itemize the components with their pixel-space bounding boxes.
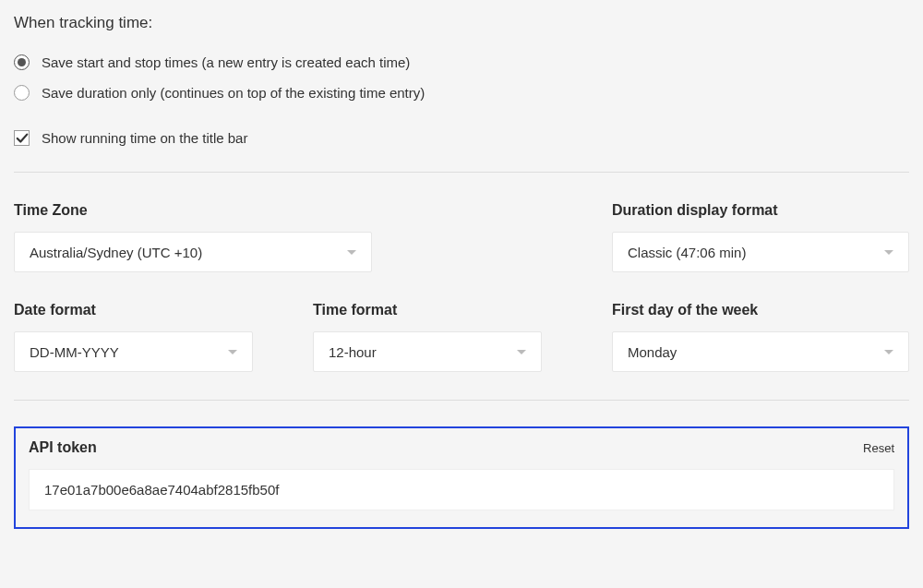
duration-format-select[interactable]: Classic (47:06 min) — [612, 232, 909, 272]
caret-down-icon — [884, 350, 893, 354]
duration-format-field: Duration display format Classic (47:06 m… — [612, 202, 909, 272]
api-token-label: API token — [29, 439, 97, 456]
radio-label: Save start and stop times (a new entry i… — [42, 54, 410, 70]
duration-format-label: Duration display format — [612, 202, 909, 219]
time-format-field: Time format 12-hour — [313, 302, 542, 372]
caret-down-icon — [884, 250, 893, 255]
duration-format-value: Classic (47:06 min) — [628, 245, 746, 260]
caret-down-icon — [347, 250, 356, 255]
radio-option-start-stop[interactable]: Save start and stop times (a new entry i… — [14, 54, 909, 70]
api-header: API token Reset — [29, 439, 894, 456]
radio-option-duration-only[interactable]: Save duration only (continues on top of … — [14, 85, 909, 101]
checkbox-show-running-time[interactable]: Show running time on the title bar — [14, 130, 909, 146]
radio-label: Save duration only (continues on top of … — [42, 85, 425, 101]
date-format-label: Date format — [14, 302, 253, 318]
caret-down-icon — [517, 350, 526, 354]
radio-icon-selected — [14, 54, 30, 70]
reset-link[interactable]: Reset — [863, 441, 894, 455]
section-divider — [14, 172, 909, 173]
first-day-field: First day of the week Monday — [612, 302, 909, 372]
section-divider — [14, 400, 909, 401]
settings-row-2: Date format DD-MM-YYYY Time format 12-ho… — [14, 302, 909, 372]
first-day-select[interactable]: Monday — [612, 331, 909, 372]
date-format-field: Date format DD-MM-YYYY — [14, 302, 253, 372]
checkbox-label: Show running time on the title bar — [42, 130, 247, 146]
timezone-field: Time Zone Australia/Sydney (UTC +10) — [14, 202, 372, 272]
time-format-select[interactable]: 12-hour — [313, 331, 542, 372]
first-day-value: Monday — [628, 344, 677, 360]
time-format-label: Time format — [313, 302, 542, 318]
checkbox-icon-checked — [14, 130, 30, 146]
radio-icon-unselected — [14, 85, 30, 101]
check-icon — [16, 132, 29, 145]
time-format-value: 12-hour — [329, 344, 377, 360]
date-format-value: DD-MM-YYYY — [30, 344, 119, 360]
timezone-select[interactable]: Australia/Sydney (UTC +10) — [14, 232, 372, 272]
tracking-section: When tracking time: Save start and stop … — [14, 14, 909, 146]
tracking-heading: When tracking time: — [14, 14, 909, 32]
api-token-input[interactable] — [29, 469, 894, 510]
timezone-value: Australia/Sydney (UTC +10) — [30, 245, 202, 260]
caret-down-icon — [228, 350, 237, 354]
api-token-section: API token Reset — [14, 426, 909, 529]
settings-row-1: Time Zone Australia/Sydney (UTC +10) Dur… — [14, 202, 909, 272]
date-format-select[interactable]: DD-MM-YYYY — [14, 331, 253, 372]
timezone-label: Time Zone — [14, 202, 372, 219]
first-day-label: First day of the week — [612, 302, 909, 318]
